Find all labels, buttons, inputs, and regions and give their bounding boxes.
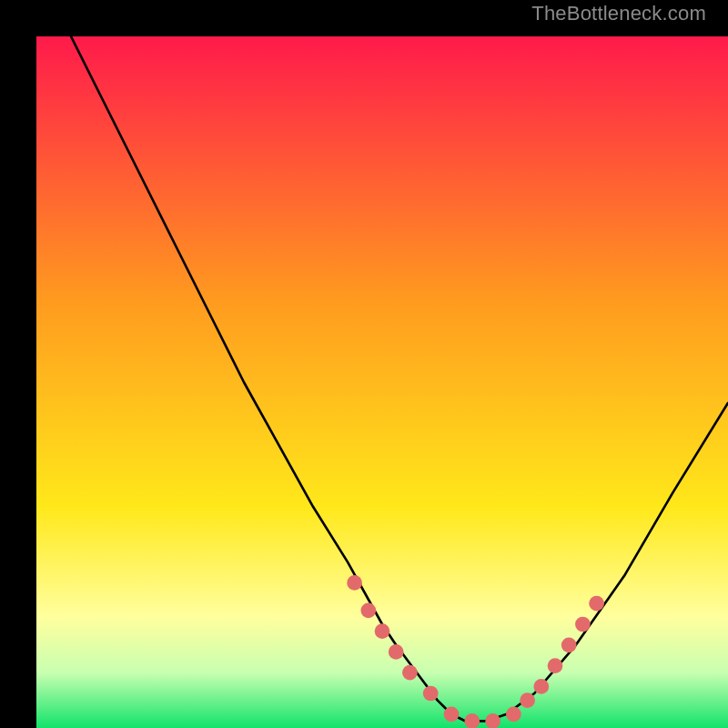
marker-dot bbox=[485, 713, 500, 728]
marker-dot bbox=[347, 575, 362, 591]
marker-dot bbox=[561, 637, 577, 652]
marker-dot bbox=[589, 596, 604, 612]
marker-dot bbox=[360, 602, 376, 618]
chart-frame bbox=[18, 18, 710, 710]
marker-dot bbox=[464, 713, 480, 728]
marker-dot bbox=[575, 617, 591, 632]
marker-dot bbox=[506, 706, 521, 722]
marker-dot bbox=[402, 665, 418, 681]
marker-dot bbox=[423, 686, 439, 702]
highlight-dots bbox=[347, 575, 604, 728]
bottleneck-curve bbox=[36, 36, 728, 728]
marker-dot bbox=[533, 679, 549, 694]
watermark-text: TheBottleneck.com bbox=[531, 2, 706, 25]
marker-dot bbox=[389, 644, 404, 660]
marker-dot bbox=[520, 693, 535, 708]
marker-dot bbox=[444, 706, 460, 722]
plot-area bbox=[36, 36, 728, 728]
marker-dot bbox=[548, 658, 563, 673]
marker-dot bbox=[375, 623, 390, 639]
